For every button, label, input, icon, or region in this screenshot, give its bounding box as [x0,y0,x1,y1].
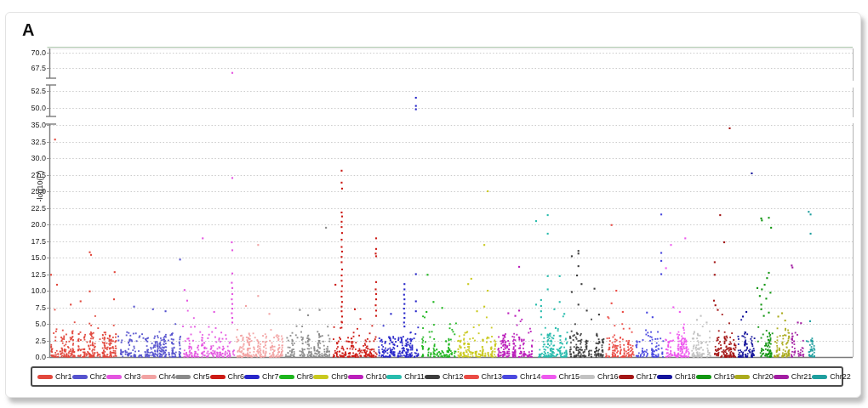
manhattan-plot-canvas [0,0,868,408]
legend-item-chr4: Chr4 [141,372,176,381]
legend-item-chr21: Chr21 [774,372,813,381]
y-tick-label: 50.0 [0,104,46,112]
panel-label: A [22,20,34,40]
legend-label: Chr3 [124,372,141,381]
legend-swatch-icon [425,375,440,379]
figure-screenshot: A -log10(P) 70.067.552.550.035.032.530.0… [0,0,868,408]
y-tick-label: 5.0 [0,320,46,328]
legend-item-chr16: Chr16 [580,372,619,381]
legend-swatch-icon [210,375,226,379]
y-tick-label: 25.0 [0,187,46,196]
legend-label: Chr16 [597,372,619,381]
legend-label: Chr8 [297,372,314,381]
y-tick-label: 7.5 [0,303,46,312]
legend-label: Chr13 [482,372,503,381]
legend-swatch-icon [386,375,402,379]
legend-swatch-icon [106,375,122,379]
legend-swatch-icon [279,375,294,379]
legend-item-chr6: Chr6 [210,372,245,381]
y-tick-label: 15.0 [0,253,46,262]
legend-swatch-icon [141,375,157,379]
legend-item-chr7: Chr7 [244,372,279,381]
y-tick-label: 32.5 [0,138,46,146]
legend-item-chr19: Chr19 [696,372,735,381]
y-tick-label: 12.5 [0,270,46,279]
legend-label: Chr18 [675,372,696,381]
legend-swatch-icon [175,375,191,379]
legend-swatch-icon [464,375,479,379]
legend-item-chr8: Chr8 [279,372,314,381]
legend-swatch-icon [657,375,672,379]
legend-label: Chr14 [520,372,541,381]
legend-swatch-icon [774,375,789,379]
legend-item-chr5: Chr5 [175,372,210,381]
legend-swatch-icon [580,375,595,379]
legend-item-chr18: Chr18 [657,372,696,381]
legend-label: Chr5 [193,372,210,381]
y-tick-label: 20.0 [0,220,46,229]
legend-item-chr14: Chr14 [502,372,541,381]
legend-label: Chr21 [791,372,813,381]
y-tick-label: 70.0 [0,48,46,57]
legend-item-chr17: Chr17 [619,372,658,381]
legend-label: Chr7 [262,372,279,381]
legend-label: Chr20 [752,372,774,381]
legend-item-chr10: Chr10 [348,372,387,381]
y-tick-label: 2.5 [0,337,46,345]
legend-label: Chr15 [559,372,580,381]
legend-swatch-icon [37,375,53,379]
legend-item-chr12: Chr12 [425,372,464,381]
legend-swatch-icon [313,375,328,379]
legend-label: Chr11 [404,372,425,381]
y-tick-label: 0.0 [0,353,46,361]
legend-swatch-icon [72,375,88,379]
legend-item-chr3: Chr3 [106,372,141,381]
legend-label: Chr9 [331,372,348,381]
legend-label: Chr10 [366,372,387,381]
legend-swatch-icon [244,375,260,379]
legend-label: Chr22 [830,372,851,381]
y-tick-label: 17.5 [0,237,46,246]
legend-label: Chr1 [55,372,72,381]
y-tick-label: 22.5 [0,204,46,212]
y-tick-label: 30.0 [0,154,46,162]
legend-item-chr20: Chr20 [734,372,774,381]
legend-swatch-icon [541,375,557,379]
y-tick-label: 27.5 [0,171,46,179]
legend-item-chr1: Chr1 [37,372,72,381]
y-tick-label: 35.0 [0,121,46,129]
legend-label: Chr19 [714,372,735,381]
legend-item-chr2: Chr2 [72,372,107,381]
legend-item-chr13: Chr13 [464,372,503,381]
legend-label: Chr6 [228,372,245,381]
legend-item-chr15: Chr15 [541,372,580,381]
legend-swatch-icon [619,375,634,379]
legend-swatch-icon [696,375,711,379]
legend-item-chr22: Chr22 [812,372,851,381]
legend-label: Chr2 [90,372,107,381]
chromosome-legend: Chr1Chr2Chr3Chr4Chr5Chr6Chr7Chr8Chr9Chr1… [31,366,843,387]
legend-swatch-icon [812,375,827,379]
legend-swatch-icon [348,375,363,379]
y-tick-label: 10.0 [0,286,46,295]
legend-label: Chr4 [159,372,176,381]
legend-label: Chr12 [443,372,464,381]
legend-item-chr9: Chr9 [313,372,348,381]
legend-swatch-icon [502,375,517,379]
legend-label: Chr17 [637,372,658,381]
y-tick-label: 52.5 [0,87,46,95]
legend-item-chr11: Chr11 [386,372,425,381]
legend-swatch-icon [734,375,750,379]
y-tick-label: 67.5 [0,64,46,72]
